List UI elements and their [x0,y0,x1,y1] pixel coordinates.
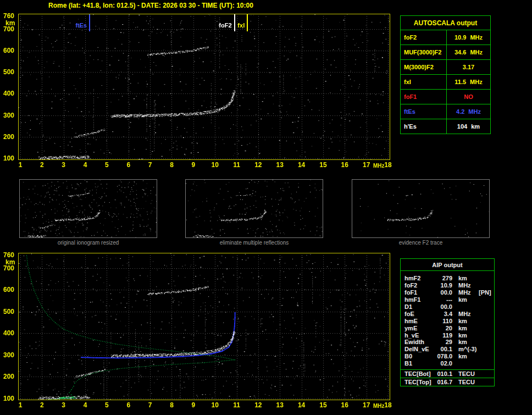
x-tick-label: 10 [209,401,221,409]
aip-row: B102.0 [401,360,494,367]
x-tick-label: 8 [165,161,178,169]
autoscala-row-value: 4.2MHz [447,104,490,119]
x-tick-label: 6 [123,161,135,169]
autoscala-row-value: 10.9MHz [447,30,490,45]
autoscala-row: fxI11.5MHz [401,75,490,90]
aip-cell-l: ymE [401,325,433,331]
aip-row: hmF1---km [401,296,494,303]
thumbnail-caption: original ionogram resized [20,240,157,246]
x-tick-label: 2 [36,401,48,409]
x-tick-label: 6 [123,401,135,409]
aip-row: foF100.0MHz[PN] [401,289,494,296]
aip-cell-v: 29 [433,339,452,345]
aip-cell-l: DelN_vE [401,346,433,352]
autoscala-row-label: foF2 [401,30,447,45]
aip-cell-l: Ewidth [401,339,433,345]
aip-cell-u: km [452,325,478,331]
x-axis-unit: MHz [373,403,385,409]
aip-cell-v: 02.0 [433,360,452,367]
aip-row: B0078.0km [401,353,494,360]
x-tick-label: 14 [296,161,308,169]
aip-cell-l: B0 [401,353,433,359]
aip-cell-u: km [452,332,478,339]
x-tick-label: 11 [231,161,243,169]
aip-cell-l: h_vE [401,332,433,339]
aip-row: foF210.9MHz [401,282,494,289]
x-axis-unit: MHz [373,163,385,169]
autoscala-table-body: foF210.9MHzMUF(3000)F234.6MHzM(3000)F23.… [401,30,490,134]
aip-row: ymE20km [401,324,494,331]
aip-cell-v: 10.9 [433,282,452,289]
aip-cell-u: km [452,318,478,324]
aip-cell-l: D1 [401,303,433,310]
aip-cell-u: MHz [452,311,478,317]
autoscala-screen: Rome (lat: +41.8, lon: 012.5) - DATE: 20… [0,0,532,415]
autoscala-row: foF210.9MHz [401,30,490,45]
aip-cell-l: B1 [401,360,433,367]
aip-cell-u: km [452,296,478,303]
aip-cell-u: m^(-3) [452,346,478,352]
x-tick-label: 4 [79,161,91,169]
aip-tec-rows: TEC[Bot]010.1TECUTEC[Top]016.7TECU [401,369,494,386]
aip-row: foE3.4MHz [401,310,494,317]
y-tick-label: 700 [3,264,18,272]
aip-cell-v: 119 [433,332,452,339]
thumbnail-caption: eliminate multiple reflections [186,240,323,246]
x-tick-label: 16 [339,401,351,409]
aip-cell-l: TEC[Top] [401,379,433,385]
x-tick-label: 11 [231,401,243,409]
x-tick-label: 18 [382,161,394,169]
autoscala-row-value: 11.5MHz [447,75,490,89]
x-tick-label: 16 [339,161,351,169]
autoscala-row: M(3000)F23.17 [401,60,490,75]
aip-cell-u: km [452,353,478,359]
x-tick-label: 1 [14,161,26,169]
x-tick-label: 15 [317,401,329,409]
aip-cell-v: 279 [433,275,452,281]
aip-cell-u: TECU [452,370,478,377]
aip-tec-row: TEC[Bot]010.1TECU [401,369,494,378]
x-tick-label: 12 [252,401,264,409]
autoscala-row-label: fxI [401,75,447,89]
autoscala-row-value: 104km [447,119,490,134]
y-tick-label: 300 [3,351,18,359]
autoscala-table-title: AUTOSCALA output [401,16,490,30]
aip-cell-v: 00.0 [433,289,452,296]
y-axis-unit: km [5,19,15,27]
aip-row: hmF2279km [401,275,494,282]
thumbnail-original-canvas [20,180,157,237]
aip-cell-v: 20 [433,325,452,331]
aip-row: Ewidth29km [401,339,494,346]
aip-row: D100.0 [401,303,494,311]
y-tick-label: 760 [3,12,18,20]
thumbnail-evidence-f2: evidence F2 trace [352,179,490,238]
x-tick-label: 18 [382,401,394,409]
top-ionogram-canvas [18,14,390,160]
autoscala-row-value: 3.17 [447,60,490,74]
page-title: Rome (lat: +41.8, lon: 012.5) - DATE: 20… [48,2,253,9]
autoscala-row: MUF(3000)F234.6MHz [401,45,490,60]
aip-row: hmE110km [401,317,494,324]
autoscala-row: ftEs4.2MHz [401,104,490,119]
autoscala-row-label: ftEs [401,104,447,119]
y-tick-label: 760 [3,251,18,259]
x-tick-label: 9 [187,161,199,169]
y-axis-unit: km [5,258,15,266]
x-tick-label: 2 [36,161,48,169]
x-tick-label: 15 [317,161,329,169]
x-tick-label: 17 [361,401,373,409]
y-tick-label: 500 [3,68,18,76]
x-tick-label: 4 [79,401,91,409]
y-tick-label: 600 [3,286,18,294]
thumbnail-caption: evidence F2 trace [352,240,489,246]
aip-cell-v: 00.1 [433,346,452,352]
bottom-ionogram-canvas [18,253,390,400]
aip-tec-row: TEC[Top]016.7TECU [401,378,494,386]
x-tick-label: 3 [58,161,70,169]
thumbnail-eliminate-canvas [186,180,323,237]
aip-cell-l: TEC[Bot] [401,370,433,377]
aip-table-title: AIP output [401,259,494,271]
aip-cell-l: foE [401,311,433,317]
autoscala-row-label: MUF(3000)F2 [401,45,447,59]
x-tick-label: 7 [144,401,156,409]
